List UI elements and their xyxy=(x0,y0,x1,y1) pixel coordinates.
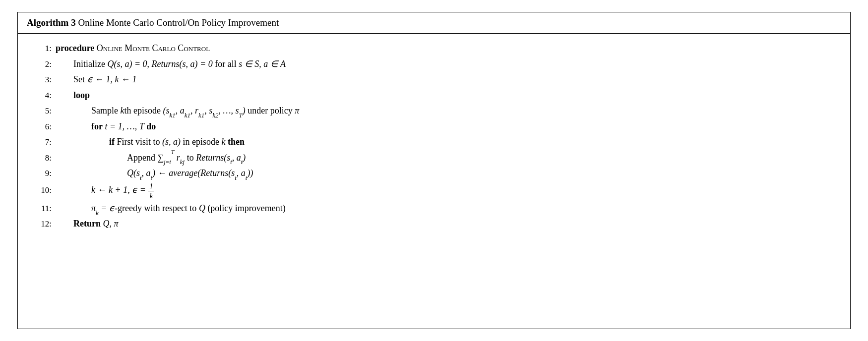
line-content: Return Q, π xyxy=(56,216,838,232)
algorithm-line: 7:if First visit to (s, a) in episode k … xyxy=(30,134,838,150)
line-number: 10: xyxy=(30,183,52,198)
algorithm-line: 5:Sample kth episode (sk1, ak1, rk1, sk2… xyxy=(30,103,838,119)
line-content: Q(st, at) ← average(Returns(st, at)) xyxy=(56,166,838,181)
line-number: 4: xyxy=(30,88,52,103)
algorithm-number: Algorithm 3 xyxy=(27,17,76,28)
line-content: Initialize Q(s, a) = 0, Returns(s, a) = … xyxy=(56,57,838,72)
line-content: loop xyxy=(56,88,838,104)
line-number: 5: xyxy=(30,104,52,118)
line-content: Sample kth episode (sk1, ak1, rk1, sk2, … xyxy=(56,103,838,119)
line-content: k ← k + 1, ϵ = 1k xyxy=(56,181,838,201)
line-content: for t = 1, …, T do xyxy=(56,119,838,135)
algorithm-box: Algorithm 3 Online Monte Carlo Control/O… xyxy=(17,12,851,329)
algorithm-line: 4:loop xyxy=(30,88,838,104)
line-content: Append ∑j=tT rkj to Returns(st, at) xyxy=(56,150,838,166)
line-number: 1: xyxy=(30,41,52,56)
line-content: procedure Online Monte Carlo Control xyxy=(56,41,838,57)
algorithm-line: 6:for t = 1, …, T do xyxy=(30,119,838,135)
line-number: 11: xyxy=(30,201,52,216)
line-content: πk = ϵ-greedy with respect to Q (policy … xyxy=(56,201,838,217)
line-content: if First visit to (s, a) in episode k th… xyxy=(56,134,838,150)
line-number: 12: xyxy=(30,217,52,231)
algorithm-header: Algorithm 3 Online Monte Carlo Control/O… xyxy=(18,12,850,34)
line-number: 3: xyxy=(30,72,52,87)
algorithm-line: 8:Append ∑j=tT rkj to Returns(st, at) xyxy=(30,150,838,166)
algorithm-body: 1:procedure Online Monte Carlo Control2:… xyxy=(18,34,850,241)
line-number: 9: xyxy=(30,166,52,181)
algorithm-line: 1:procedure Online Monte Carlo Control xyxy=(30,41,838,57)
line-number: 8: xyxy=(30,151,52,166)
algorithm-line: 2:Initialize Q(s, a) = 0, Returns(s, a) … xyxy=(30,57,838,72)
algorithm-line: 12:Return Q, π xyxy=(30,216,838,232)
algorithm-line: 9:Q(st, at) ← average(Returns(st, at)) xyxy=(30,166,838,181)
line-number: 2: xyxy=(30,57,52,72)
line-number: 7: xyxy=(30,135,52,150)
algorithm-title: Online Monte Carlo Control/On Policy Imp… xyxy=(78,17,279,28)
algorithm-line: 11:πk = ϵ-greedy with respect to Q (poli… xyxy=(30,201,838,217)
algorithm-line: 10:k ← k + 1, ϵ = 1k xyxy=(30,181,838,201)
line-content: Set ϵ ← 1, k ← 1 xyxy=(56,72,838,88)
algorithm-line: 3:Set ϵ ← 1, k ← 1 xyxy=(30,72,838,88)
line-number: 6: xyxy=(30,119,52,134)
